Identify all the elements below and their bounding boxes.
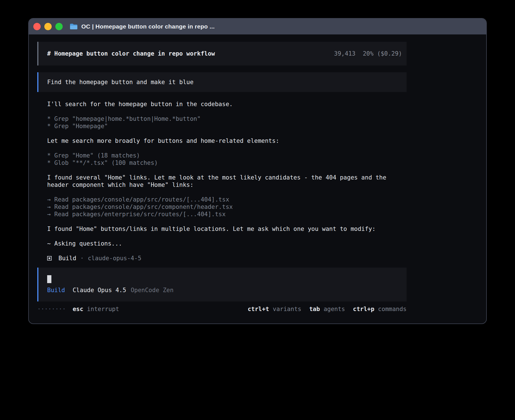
shortcut-label: commands [378, 305, 407, 313]
model-label: Claude Opus 4.5 [73, 286, 126, 294]
provider-label: OpenCode Zen [131, 286, 174, 294]
shortcut-agents: tab agents [309, 305, 345, 313]
shortcut-commands: ctrl+p commands [353, 305, 407, 313]
tool-call-line: * Grep "Home" (18 matches) [47, 152, 407, 159]
tool-call-line: * Glob "**/*.tsx" (100 matches) [47, 159, 407, 167]
assistant-text: I'll search for the homepage button in t… [47, 100, 407, 108]
esc-key-hint: esc [73, 305, 83, 313]
assistant-text: I found "Home" buttons/links in multiple… [47, 225, 407, 233]
shortcut-key: ctrl+p [353, 305, 374, 313]
tool-call-group: * Grep "homepage|home.*button|Home.*butt… [47, 115, 407, 130]
agent-icon [47, 256, 52, 261]
tool-call-line: * Grep "homepage|home.*button|Home.*butt… [47, 115, 407, 123]
context-usage: 20% ($0.29) [363, 50, 402, 57]
minimize-button[interactable] [44, 23, 52, 30]
shortcut-variants: ctrl+t variants [248, 305, 301, 313]
zoom-button[interactable] [55, 23, 63, 30]
user-message: Find the homepage button and make it blu… [37, 72, 407, 92]
working-status: ~ Asking questions... [47, 240, 407, 247]
close-button[interactable] [33, 23, 41, 30]
terminal-content: # Homepage button color change in repo w… [29, 34, 486, 313]
spinner-dots: ········ [37, 305, 66, 313]
text-cursor [47, 275, 51, 283]
prompt-input[interactable]: Build Claude Opus 4.5 OpenCode Zen [37, 268, 407, 301]
file-read-line: → Read packages/console/app/src/componen… [47, 203, 407, 211]
tool-call-line: * Grep "Homepage" [47, 123, 407, 130]
folder-icon [69, 23, 78, 30]
window-titlebar[interactable]: OC | Homepage button color change in rep… [29, 19, 486, 34]
assistant-text: I found several "Home" links. Let me loo… [47, 174, 407, 189]
file-read-line: → Read packages/console/app/src/routes/[… [47, 196, 407, 203]
shortcut-key: tab [309, 305, 320, 313]
agent-status-line: Build · claude-opus-4-5 [47, 255, 407, 262]
file-read-group: → Read packages/console/app/src/routes/[… [47, 196, 407, 218]
status-bar: ········ esc interrupt ctrl+t variants t… [37, 305, 407, 313]
session-header: # Homepage button color change in repo w… [37, 42, 407, 65]
agent-name: Build [58, 255, 76, 262]
input-footer: Build Claude Opus 4.5 OpenCode Zen [47, 286, 402, 294]
shortcut-key: ctrl+t [248, 305, 269, 313]
agent-separator: · [80, 255, 84, 262]
file-read-line: → Read packages/enterprise/src/routes/[.… [47, 211, 407, 218]
shortcut-label: variants [273, 305, 301, 313]
user-message-text: Find the homepage button and make it blu… [47, 79, 193, 86]
agent-mode-label: Build [47, 286, 65, 294]
shortcut-label: agents [324, 305, 345, 313]
traffic-lights [33, 23, 63, 30]
token-count: 39,413 [334, 50, 355, 57]
assistant-transcript: I'll search for the homepage button in t… [37, 100, 407, 262]
tool-call-group: * Grep "Home" (18 matches) * Glob "**/*.… [47, 152, 407, 167]
assistant-text: Let me search more broadly for buttons a… [47, 137, 407, 145]
window-title: OC | Homepage button color change in rep… [81, 23, 215, 30]
terminal-window: OC | Homepage button color change in rep… [28, 18, 487, 324]
session-title: # Homepage button color change in repo w… [47, 50, 215, 57]
agent-model: claude-opus-4-5 [88, 255, 141, 262]
esc-key-label: interrupt [87, 305, 119, 313]
